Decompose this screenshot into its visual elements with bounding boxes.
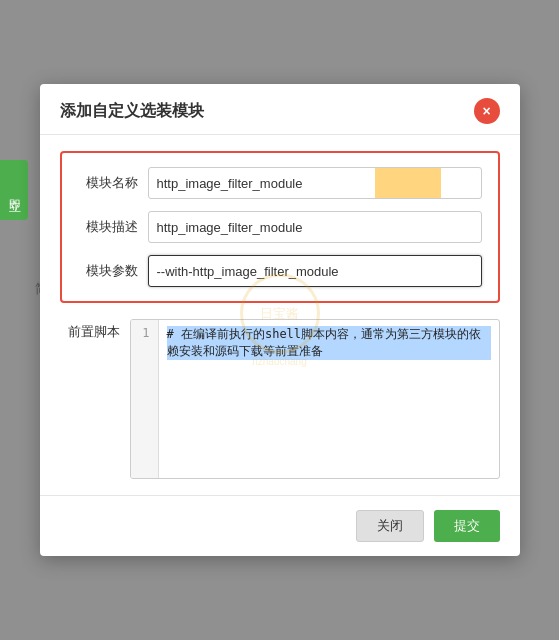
module-param-label: 模块参数 xyxy=(78,262,148,280)
code-content[interactable]: # 在编译前执行的shell脚本内容，通常为第三方模块的依赖安装和源码下载等前置… xyxy=(159,320,499,478)
left-sidebar-button[interactable]: 立即 xyxy=(0,160,28,220)
module-desc-row: 模块描述 xyxy=(78,211,482,243)
close-icon-button[interactable]: × xyxy=(474,98,500,124)
module-desc-label: 模块描述 xyxy=(78,218,148,236)
line-number-1: 1 xyxy=(142,326,149,340)
prescript-row: 前置脚本 1 # 在编译前执行的shell脚本内容，通常为第三方模块的依赖安装和… xyxy=(60,319,500,479)
modal-title: 添加自定义选装模块 xyxy=(60,101,204,122)
code-comment-line: # 在编译前执行的shell脚本内容，通常为第三方模块的依赖安装和源码下载等前置… xyxy=(167,326,491,360)
module-name-input[interactable] xyxy=(148,167,482,199)
modal-dialog: 日宝酱 rizhaochang 添加自定义选装模块 × 模块名称 模块描述 模块… xyxy=(40,84,520,556)
module-param-row: 模块参数 xyxy=(78,255,482,287)
submit-button[interactable]: 提交 xyxy=(434,510,500,542)
module-name-label: 模块名称 xyxy=(78,174,148,192)
prescript-label: 前置脚本 xyxy=(60,319,130,341)
modal-footer: 关闭 提交 xyxy=(40,495,520,556)
form-section: 模块名称 模块描述 模块参数 xyxy=(60,151,500,303)
close-button[interactable]: 关闭 xyxy=(356,510,424,542)
modal-body: 模块名称 模块描述 模块参数 前置脚本 1 # 在编译前执行 xyxy=(40,135,520,495)
line-numbers: 1 xyxy=(131,320,159,478)
modal-header: 添加自定义选装模块 × xyxy=(40,84,520,135)
module-param-input[interactable] xyxy=(148,255,482,287)
module-desc-input[interactable] xyxy=(148,211,482,243)
code-editor[interactable]: 1 # 在编译前执行的shell脚本内容，通常为第三方模块的依赖安装和源码下载等… xyxy=(130,319,500,479)
module-name-row: 模块名称 xyxy=(78,167,482,199)
